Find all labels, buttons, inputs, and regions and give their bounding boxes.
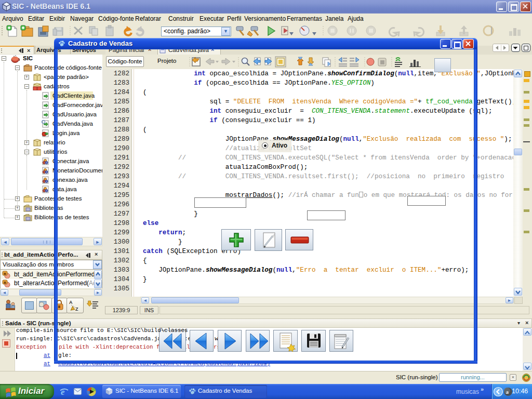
svg-text:A: A: [69, 300, 73, 305]
svg-text:Z: Z: [75, 307, 78, 312]
svg-text:a: a: [506, 389, 509, 395]
